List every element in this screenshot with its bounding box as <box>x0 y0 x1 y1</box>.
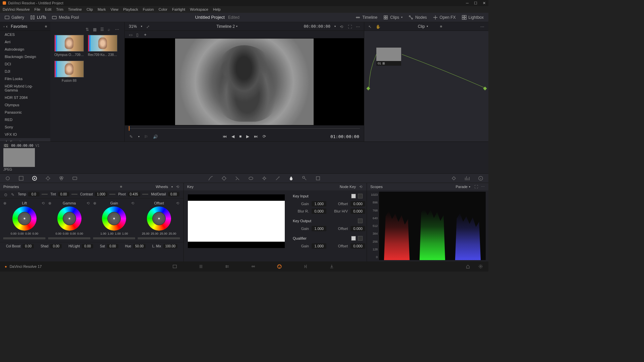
matte-toggle[interactable] <box>351 194 356 198</box>
temp-control[interactable]: Temp0.0 <box>18 192 47 196</box>
middetail-control[interactable]: Mid/Detail0.00 <box>151 192 179 196</box>
edit-page-icon[interactable] <box>224 263 230 269</box>
curves-icon[interactable] <box>208 175 214 181</box>
expand-icon[interactable]: ⛶ <box>474 185 478 189</box>
lut-thumbnail[interactable]: Olympus O....709_v1.0 <box>54 35 84 57</box>
sort-icon[interactable]: ⇅ <box>86 27 90 31</box>
key-offset[interactable]: Offset0.000 <box>332 201 365 206</box>
color-match-icon[interactable] <box>18 175 24 181</box>
flag-icon[interactable]: ⚐ <box>144 134 148 138</box>
clips-button[interactable]: Clips▾ <box>383 15 402 20</box>
lut-category[interactable]: DCI <box>0 60 50 68</box>
more-icon[interactable]: ⋯ <box>481 185 485 189</box>
lut-category[interactable]: HDR ST 2084 <box>0 94 50 101</box>
gallery-button[interactable]: Gallery <box>5 15 24 20</box>
play-button[interactable]: ▶ <box>246 134 249 139</box>
menu-edit[interactable]: Edit <box>45 7 51 11</box>
grid-view-icon[interactable]: ▦ <box>93 27 97 31</box>
lut-category[interactable]: Astrodesign <box>0 46 50 53</box>
key-qual-offset[interactable]: Offset0.000 <box>332 243 365 249</box>
keyframe-editor-icon[interactable] <box>451 175 457 181</box>
node-graph[interactable]: 01⊞ <box>364 31 488 141</box>
shad-control[interactable]: Shad0.00 <box>41 244 62 248</box>
sat-control[interactable]: Sat0.00 <box>100 244 118 248</box>
settings-icon[interactable] <box>478 263 484 269</box>
color-node[interactable]: 01⊞ <box>376 48 401 66</box>
lut-category[interactable]: Film Looks <box>0 75 50 82</box>
hdr-icon[interactable] <box>45 175 51 181</box>
fullscreen-icon[interactable]: ⛶ <box>348 24 352 28</box>
menu-playback[interactable]: Playback <box>123 7 138 11</box>
list-view-icon[interactable]: ☰ <box>100 27 104 31</box>
gamma-wheel[interactable]: ⊕Gamma⟲ 0.000.000.000.00 <box>48 201 91 239</box>
menu-fusion[interactable]: Fusion <box>143 7 154 11</box>
menu-view[interactable]: View <box>110 7 118 11</box>
prev-frame-button[interactable]: ◀ <box>231 134 234 139</box>
lightbox-button[interactable]: Lightbox <box>462 15 484 20</box>
viewer-canvas[interactable] <box>125 38 364 125</box>
timeline-button[interactable]: Timeline <box>356 15 377 20</box>
refresh-icon[interactable]: ⟲ <box>340 24 344 28</box>
magic-icon[interactable]: ✦ <box>144 33 148 37</box>
scopes-icon[interactable] <box>464 175 470 181</box>
viewer-title[interactable]: Timeline 2▾ <box>216 24 237 29</box>
hue-control[interactable]: Hue50.00 <box>125 244 146 248</box>
camera-raw-icon[interactable] <box>5 175 11 181</box>
pointer-icon[interactable]: ↖ <box>368 24 372 28</box>
gain-wheel[interactable]: ⊕Gain⟲ 1.001.001.001.00 <box>93 201 136 239</box>
panel-toggle-icon[interactable]: ▫ <box>3 24 5 29</box>
deliver-page-icon[interactable] <box>329 263 335 269</box>
key-blur-hv[interactable]: Blur H/V0.000 <box>332 208 365 214</box>
menu-mark[interactable]: Mark <box>98 7 106 11</box>
invert-toggle[interactable] <box>358 219 363 223</box>
menu-timeline[interactable]: Timeline <box>68 7 82 11</box>
cut-page-icon[interactable] <box>198 263 204 269</box>
more-icon[interactable]: ⋯ <box>115 27 119 31</box>
matte-toggle[interactable] <box>351 236 356 241</box>
lut-thumbnail[interactable]: Rec709 Ko... 2383 D60 <box>88 35 117 57</box>
qualifier-icon[interactable] <box>234 175 240 181</box>
marker-icon[interactable]: ✎ <box>129 134 133 138</box>
lut-category[interactable]: Olympus <box>0 101 50 109</box>
zoom-level[interactable]: 31% <box>129 24 137 29</box>
mediapool-button[interactable]: Media Pool <box>52 15 79 20</box>
menu-workspace[interactable]: Workspace <box>190 7 208 11</box>
menu-help[interactable]: Help <box>213 7 221 11</box>
menu-trim[interactable]: Trim <box>56 7 63 11</box>
lut-favorites[interactable]: ★Favorites <box>0 138 50 141</box>
primaries-icon[interactable] <box>32 175 38 181</box>
search-icon[interactable]: ⌕ <box>108 27 112 31</box>
tracker-icon[interactable] <box>261 175 267 181</box>
more-icon[interactable]: ⋯ <box>356 24 360 28</box>
motion-icon[interactable] <box>72 175 78 181</box>
lut-category[interactable]: DJI <box>0 68 50 75</box>
home-icon[interactable] <box>465 263 471 269</box>
maximize-button[interactable]: ☐ <box>474 1 477 5</box>
loop-button[interactable]: ⟳ <box>263 134 266 139</box>
colboost-control[interactable]: Col Boost0.00 <box>6 244 34 248</box>
fairlight-page-icon[interactable] <box>303 263 309 269</box>
warper-icon[interactable] <box>221 175 227 181</box>
last-frame-button[interactable]: ⏭ <box>254 134 258 139</box>
invert-toggle[interactable] <box>358 236 363 241</box>
wheels-mode[interactable]: Wheels <box>156 185 168 189</box>
lmix-control[interactable]: L. Mix100.00 <box>152 244 177 248</box>
hilight-control[interactable]: Hi/Light0.00 <box>68 244 93 248</box>
magic-mask-icon[interactable] <box>275 175 281 181</box>
scope-mode[interactable]: Parade <box>456 185 468 189</box>
wb-picker-icon[interactable]: ⊙ <box>4 192 8 196</box>
audio-icon[interactable]: 🔊 <box>153 134 157 138</box>
contrast-control[interactable]: Contrast1.000 <box>80 192 115 196</box>
viewer-timecode[interactable]: 00:00:00:00 <box>304 24 330 29</box>
window-icon[interactable] <box>248 175 254 181</box>
sizing-icon[interactable] <box>315 175 321 181</box>
lut-category[interactable]: Arri <box>0 38 50 46</box>
expand-icon[interactable]: ⤢ <box>146 24 150 28</box>
nodes-button[interactable]: Nodes <box>409 15 427 20</box>
zoom-dropdown-icon[interactable]: ▾ <box>141 25 142 28</box>
openfx-button[interactable]: Open FX <box>433 15 456 20</box>
scrubber[interactable] <box>125 125 364 131</box>
rgb-mixer-icon[interactable] <box>58 175 64 181</box>
lut-category[interactable]: Panasonic <box>0 109 50 116</box>
stop-button[interactable]: ■ <box>239 134 241 139</box>
